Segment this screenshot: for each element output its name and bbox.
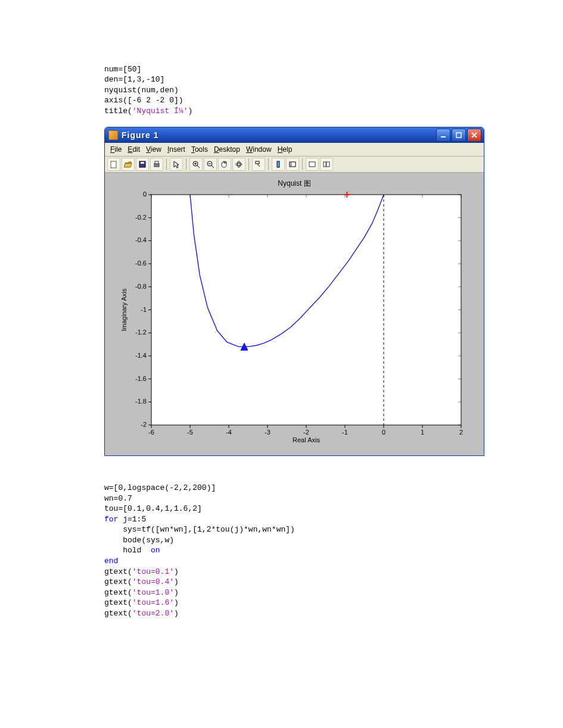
- code-block-1: num=[50] den=[1,3,-10] nyquist(num,den) …: [104, 54, 477, 116]
- xtick-label: 1: [421, 429, 424, 436]
- code-line: ): [174, 598, 179, 607]
- code-line: wn=0.7: [104, 494, 132, 503]
- ytick-label: -0.2: [135, 213, 147, 220]
- ytick-label: -1.8: [135, 398, 147, 405]
- rotate-3d-icon[interactable]: [232, 158, 245, 171]
- code-string: 'tou=2.0': [132, 609, 174, 618]
- zoom-in-icon[interactable]: [189, 158, 203, 171]
- code-string: 'tou=1.0': [132, 588, 174, 597]
- xtick-label: -5: [187, 429, 193, 436]
- code-line: hold: [104, 546, 151, 555]
- plot-title: Nyquist 图: [113, 179, 475, 188]
- xtick-label: 2: [459, 429, 463, 436]
- code-string: 'tou=0.4': [132, 577, 174, 586]
- code-line: ): [174, 577, 179, 586]
- code-line: bode(sys,w): [104, 536, 174, 545]
- code-line: tou=[0.1,0.4,1,1.6,2]: [104, 504, 202, 513]
- svg-point-15: [238, 161, 240, 167]
- svg-rect-25: [326, 162, 329, 167]
- pointer-icon[interactable]: [170, 158, 183, 171]
- code-line: j=1:5: [118, 515, 146, 524]
- svg-rect-23: [309, 162, 315, 167]
- menu-desktop[interactable]: Desktop: [212, 145, 242, 154]
- plot-area: Nyquist 图 -6-5-4-3-2-10120-0.2-0.4-0.6-0…: [105, 173, 484, 455]
- zoom-out-icon[interactable]: [204, 158, 217, 171]
- menu-insert[interactable]: Insert: [166, 145, 187, 154]
- svg-rect-2: [111, 161, 116, 168]
- code-line: gtext(: [104, 588, 132, 597]
- code-block-2: w=[0,logspace(-2,2,200)] wn=0.7 tou=[0.1…: [104, 473, 477, 619]
- close-button[interactable]: [467, 129, 481, 142]
- ytick-label: 0: [143, 190, 147, 198]
- xtick-label: -6: [148, 429, 154, 436]
- ylabel: Imaginary Axis: [120, 288, 127, 331]
- svg-line-17: [257, 164, 260, 167]
- menubar[interactable]: File Edit View Insert Tools Desktop Wind…: [105, 143, 484, 157]
- menu-tools[interactable]: Tools: [189, 145, 210, 154]
- matlab-figure-icon: [108, 130, 118, 140]
- xtick-label: 0: [382, 429, 385, 436]
- data-cursor-icon[interactable]: [252, 158, 265, 171]
- code-line: ): [174, 588, 179, 597]
- code-string: 'Nyquist Í¼': [132, 107, 188, 115]
- xtick-label: -2: [303, 429, 309, 436]
- open-icon[interactable]: [122, 158, 135, 171]
- svg-rect-4: [141, 162, 144, 164]
- ytick-label: -1.2: [135, 329, 147, 336]
- ytick-label: -2: [141, 421, 147, 428]
- svg-rect-5: [154, 164, 159, 167]
- code-line: num=[50]: [104, 65, 141, 74]
- code-line: gtext(: [104, 598, 132, 607]
- hide-plot-tools-icon[interactable]: [306, 158, 319, 171]
- code-line: ): [174, 567, 179, 576]
- minimize-button[interactable]: [436, 129, 450, 142]
- pan-icon[interactable]: [218, 158, 231, 171]
- code-line: ): [174, 609, 179, 618]
- svg-point-14: [236, 163, 242, 165]
- ytick-label: -1.4: [135, 352, 147, 359]
- svg-line-12: [211, 165, 214, 168]
- ytick-label: -0.4: [135, 236, 147, 243]
- code-keyword: on: [151, 546, 160, 555]
- insert-colorbar-icon[interactable]: [272, 158, 285, 171]
- code-line: title(: [104, 107, 132, 115]
- code-line: nyquist(num,den): [104, 86, 179, 95]
- axes-box: [151, 195, 461, 425]
- insert-legend-icon[interactable]: [286, 158, 299, 171]
- show-plot-tools-icon[interactable]: [320, 158, 333, 171]
- window-title: Figure 1: [122, 130, 436, 141]
- svg-rect-16: [256, 161, 259, 164]
- code-string: 'tou=0.1': [132, 567, 174, 576]
- svg-rect-6: [155, 161, 158, 164]
- menu-edit[interactable]: Edit: [126, 145, 142, 154]
- ytick-label: -1: [141, 305, 147, 313]
- code-keyword: for: [104, 515, 118, 524]
- code-line: gtext(: [104, 577, 132, 586]
- xlabel: Real Axis: [293, 436, 320, 443]
- toolbar: [105, 157, 484, 173]
- print-icon[interactable]: [150, 158, 163, 171]
- maximize-button[interactable]: [452, 129, 466, 142]
- code-line: den=[1,3,-10]: [104, 75, 164, 84]
- menu-help[interactable]: Help: [276, 145, 294, 154]
- menu-view[interactable]: View: [144, 145, 163, 154]
- code-keyword: end: [104, 557, 118, 565]
- svg-rect-18: [277, 161, 279, 167]
- code-line: ): [188, 107, 192, 115]
- code-string: 'tou=1.6': [132, 598, 174, 607]
- ytick-label: -0.6: [135, 260, 147, 267]
- menu-window[interactable]: Window: [244, 145, 273, 154]
- code-line: gtext(: [104, 609, 132, 618]
- xtick-label: -1: [342, 429, 348, 436]
- titlebar[interactable]: Figure 1: [105, 127, 484, 143]
- xtick-label: -4: [226, 429, 232, 436]
- code-line: sys=tf([wn*wn],[1,2*tou(j)*wn,wn*wn]): [104, 525, 295, 534]
- code-line: gtext(: [104, 567, 132, 576]
- menu-file[interactable]: File: [108, 145, 123, 154]
- save-icon[interactable]: [136, 158, 149, 171]
- new-figure-icon[interactable]: [107, 158, 120, 171]
- xtick-label: -3: [265, 429, 270, 436]
- svg-line-8: [197, 165, 200, 168]
- ytick-label: -1.6: [135, 374, 147, 382]
- nyquist-plot: -6-5-4-3-2-10120-0.2-0.4-0.6-0.8-1-1.2-1…: [116, 190, 473, 446]
